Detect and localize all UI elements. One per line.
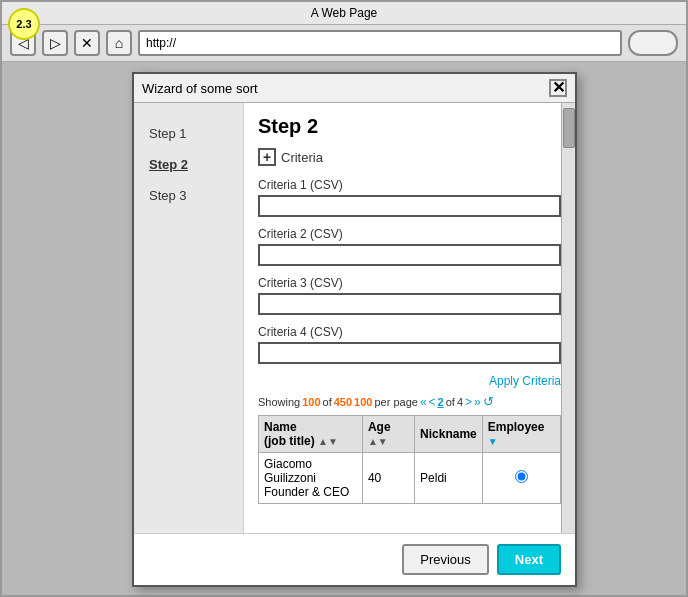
home-icon: ⌂ [115,35,123,51]
wizard-body: Step 1 Step 2 Step 3 Step 2 + [134,103,575,533]
col-employee[interactable]: Employee ▼ [482,416,560,453]
first-page-button[interactable]: « [420,395,427,409]
current-page[interactable]: 2 [438,396,444,408]
wizard-titlebar: Wizard of some sort ✕ [134,74,575,103]
criteria-input-2[interactable] [258,244,561,266]
sidebar-item-step2[interactable]: Step 2 [144,149,233,180]
browser-titlebar: A Web Page [2,2,686,25]
browser-content: Wizard of some sort ✕ Step 1 Step 2 Step [2,62,686,595]
criteria-field-1: Criteria 1 (CSV) [258,178,561,217]
home-button[interactable]: ⌂ [106,30,132,56]
total-count: 450 [334,396,352,408]
refresh-icon[interactable]: ↺ [483,394,494,409]
scrollbar[interactable] [561,103,575,533]
forward-icon: ▷ [50,35,61,51]
name-sort-icon: ▲▼ [318,436,338,447]
browser-window: 2.3 A Web Page ◁ ▷ ✕ ⌂ Wizard of some so… [0,0,688,597]
per-page-label: per page [374,396,417,408]
criteria-field-2: Criteria 2 (CSV) [258,227,561,266]
col-nickname: Nickname [415,416,483,453]
last-page-button[interactable]: » [474,395,481,409]
criteria-field-3: Criteria 3 (CSV) [258,276,561,315]
wizard-dialog: Wizard of some sort ✕ Step 1 Step 2 Step [132,72,577,587]
forward-button[interactable]: ▷ [42,30,68,56]
employee-radio[interactable] [515,470,528,483]
table-header-row: Name(job title) ▲▼ Age ▲▼ Nickname Emplo… [259,416,561,453]
browser-toolbar: ◁ ▷ ✕ ⌂ [2,25,686,62]
plus-icon: + [258,148,276,166]
criteria-label-4: Criteria 4 (CSV) [258,325,561,339]
criteria-label-2: Criteria 2 (CSV) [258,227,561,241]
criteria-label-3: Criteria 3 (CSV) [258,276,561,290]
previous-button[interactable]: Previous [402,544,489,575]
cell-nickname: Peldi [415,453,483,504]
criteria-label-1: Criteria 1 (CSV) [258,178,561,192]
criteria-input-4[interactable] [258,342,561,364]
wizard-main-content: Step 2 + Criteria Criteria 1 (CSV) Crite… [244,103,575,533]
showing-label: Showing [258,396,300,408]
cell-employee[interactable] [482,453,560,504]
wizard-title: Wizard of some sort [142,81,258,96]
col-age[interactable]: Age ▲▼ [362,416,414,453]
wizard-steps-sidebar: Step 1 Step 2 Step 3 [134,103,244,533]
version-badge: 2.3 [8,8,40,40]
per-page-count: 100 [354,396,372,408]
age-sort-icon: ▲▼ [368,436,388,447]
pagination-bar: Showing 100 of 450 100 per page « < 2 of… [258,394,561,409]
sidebar-item-step1[interactable]: Step 1 [144,118,233,149]
criteria-input-3[interactable] [258,293,561,315]
search-button[interactable] [628,30,678,56]
wizard-close-button[interactable]: ✕ [549,79,567,97]
apply-criteria-link[interactable]: Apply Criteria [258,374,561,388]
criteria-field-4: Criteria 4 (CSV) [258,325,561,364]
next-button[interactable]: Next [497,544,561,575]
browser-title: A Web Page [311,6,378,20]
add-criteria-button[interactable]: + Criteria [258,148,561,166]
sidebar-item-step3[interactable]: Step 3 [144,180,233,211]
prev-page-button[interactable]: < [429,395,436,409]
wizard-footer: Previous Next [134,533,575,585]
page-separator: of [446,396,455,408]
employee-filter-icon: ▼ [488,436,498,447]
criteria-input-1[interactable] [258,195,561,217]
step-title: Step 2 [258,115,561,138]
close-tab-icon: ✕ [81,35,93,51]
criteria-add-label: Criteria [281,150,323,165]
scroll-thumb[interactable] [563,108,575,148]
next-page-button[interactable]: > [465,395,472,409]
close-tab-button[interactable]: ✕ [74,30,100,56]
data-table: Name(job title) ▲▼ Age ▲▼ Nickname Emplo… [258,415,561,504]
showing-count: 100 [302,396,320,408]
table-row: Giacomo GuilizzoniFounder & CEO 40 Peldi [259,453,561,504]
col-name[interactable]: Name(job title) ▲▼ [259,416,363,453]
of-label: of [323,396,332,408]
address-bar[interactable] [138,30,622,56]
cell-age: 40 [362,453,414,504]
close-icon: ✕ [552,80,565,96]
cell-name: Giacomo GuilizzoniFounder & CEO [259,453,363,504]
total-pages: 4 [457,396,463,408]
